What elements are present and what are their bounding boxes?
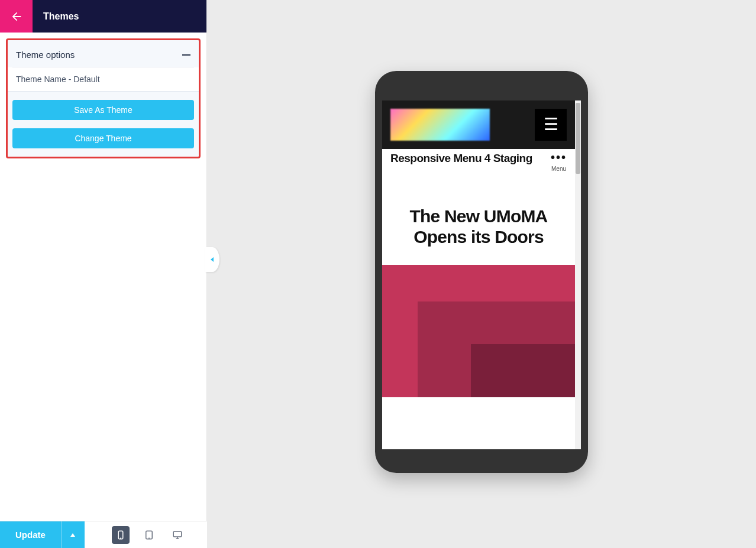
sidebar: Themes Theme options Theme Name - Defaul… <box>0 0 207 548</box>
hero-heading: The New UMoMA Opens its Doors <box>382 174 575 265</box>
update-dropdown-toggle[interactable] <box>61 521 85 549</box>
theme-options-panel: Theme options Theme Name - Default Save … <box>6 38 201 158</box>
menu-trigger[interactable]: ••• Menu <box>551 153 567 172</box>
menu-label: Menu <box>551 166 567 172</box>
save-as-theme-button[interactable]: Save As Theme <box>12 100 194 120</box>
phone-frame: ☰ Responsive Menu 4 Staging ••• Menu The… <box>375 71 588 473</box>
site-title: Responsive Menu 4 Staging <box>390 153 532 165</box>
spacer <box>382 397 575 421</box>
theme-buttons: Save As Theme Change Theme <box>12 92 194 152</box>
triangle-up-icon <box>70 532 76 538</box>
update-button[interactable]: Update <box>0 521 61 549</box>
mobile-icon <box>115 530 126 540</box>
theme-options-header[interactable]: Theme options <box>12 45 194 67</box>
collapse-sidebar-tab[interactable] <box>205 247 219 272</box>
preview-content: ☰ Responsive Menu 4 Staging ••• Menu The… <box>382 100 575 449</box>
hero-image-layer <box>471 344 575 397</box>
sidebar-title: Themes <box>33 11 79 22</box>
bottom-bar: Update <box>0 521 207 548</box>
minus-icon <box>182 54 190 56</box>
tablet-icon <box>144 530 154 540</box>
back-button[interactable] <box>0 0 33 33</box>
change-theme-button[interactable]: Change Theme <box>12 128 194 148</box>
svg-rect-4 <box>173 531 182 537</box>
site-title-row: Responsive Menu 4 Staging ••• Menu <box>382 149 575 174</box>
site-logo <box>390 109 490 141</box>
dots-icon: ••• <box>551 153 567 162</box>
phone-screen: ☰ Responsive Menu 4 Staging ••• Menu The… <box>382 100 581 449</box>
preview-scrollbar[interactable] <box>575 100 581 449</box>
preview-area: ☰ Responsive Menu 4 Staging ••• Menu The… <box>207 0 756 548</box>
preview-topbar: ☰ <box>382 100 575 149</box>
theme-name-row: Theme Name - Default <box>8 67 199 92</box>
device-mobile-button[interactable] <box>112 526 130 544</box>
arrow-left-icon <box>10 10 23 23</box>
device-tablet-button[interactable] <box>140 526 158 544</box>
device-switcher <box>112 526 186 544</box>
hamburger-button[interactable]: ☰ <box>535 109 567 141</box>
triangle-left-icon <box>209 257 215 262</box>
hero-image <box>382 265 575 397</box>
theme-options-label: Theme options <box>16 50 75 60</box>
hamburger-icon: ☰ <box>544 116 558 133</box>
sidebar-header: Themes <box>0 0 206 33</box>
desktop-icon <box>172 530 183 540</box>
device-desktop-button[interactable] <box>169 526 186 544</box>
